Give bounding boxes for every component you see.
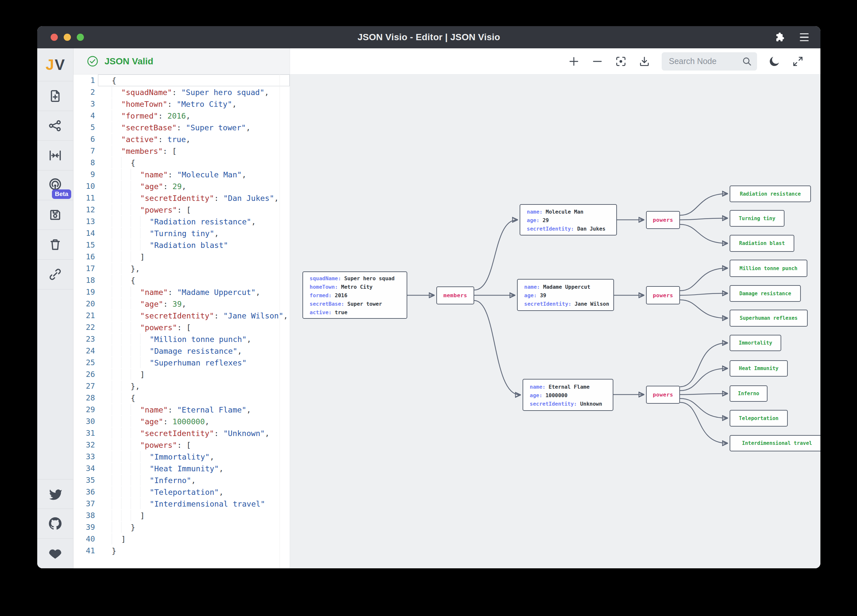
code-line[interactable]: 2 "squadName": "Super hero squad", [73,86,290,98]
app-window: JSON Visio - Editor | JSON Visio JV [37,26,820,568]
indent-guide [140,228,150,239]
indent-guide [121,157,131,168]
code-line[interactable]: 40 ] [73,533,290,545]
expand-icon [792,55,804,68]
code-line[interactable]: 9 "name": "Molecule Man", [73,169,290,180]
code-line[interactable]: 41 } [73,545,290,557]
code-line[interactable]: 18 { [73,274,290,286]
code-line[interactable]: 29 "name": "Eternal Flame", [73,404,290,415]
indent-guide [121,404,131,415]
code-line[interactable]: 5 "secretBase": "Super tower", [73,122,290,133]
code-line[interactable]: 35 "Inferno", [73,474,290,486]
code-line[interactable]: 15 "Radiation blast" [73,239,290,251]
code-line-row: "Inferno", [98,474,290,486]
indent-guide [140,240,150,251]
graph-leaf-node[interactable]: Interdimensional travel [730,435,820,451]
graph-powers-node[interactable]: powers [646,286,680,304]
graph-leaf-node[interactable]: Turning tiny [730,210,784,227]
code-line[interactable]: 26 ] [73,368,290,380]
code-line[interactable]: 34 "Heat Immunity", [73,463,290,474]
code-line[interactable]: 19 "name": "Madame Uppercut", [73,286,290,298]
code-line[interactable]: 36 "Teleportation", [73,486,290,498]
code-line[interactable]: 39 } [73,521,290,533]
graph-leaf-node[interactable]: Heat Immunity [730,360,788,376]
graph-leaf-node[interactable]: Inferno [730,385,767,402]
code-line[interactable]: 17 }, [73,263,290,274]
share-button[interactable] [37,111,73,141]
code-editor[interactable]: 1 { 2 "squadName": "Super hero squad", 3… [73,74,290,568]
save-button[interactable] [37,200,73,230]
line-content: }, [98,263,289,275]
indent-guide [121,463,131,474]
code-line[interactable]: 33 "Immortality", [73,451,290,463]
code-line[interactable]: 28 { [73,392,290,404]
code-line[interactable]: 25 "Superhuman reflexes" [73,357,290,368]
code-line[interactable]: 11 "secretIdentity": "Dan Jukes", [73,192,290,204]
menu-hamburger-icon[interactable] [800,33,809,42]
graph-leaf-node[interactable]: Teleportation [730,410,788,427]
graph-member-node[interactable]: nameMolecule Man age29 secretIdentityDan… [520,204,617,235]
graph-leaf-node[interactable]: Radiation blast [730,235,794,252]
github-button[interactable] [37,509,73,539]
share-link-button[interactable] [37,260,73,289]
search-icon[interactable] [741,56,752,67]
code-line[interactable]: 24 "Damage resistance", [73,345,290,357]
code-line[interactable]: 38 ] [73,509,290,521]
code-line[interactable]: 13 "Radiation resistance", [73,215,290,228]
center-view-button[interactable] [615,55,627,68]
code-line[interactable]: 37 "Interdimensional travel" [73,498,290,509]
new-document-button[interactable] [37,81,73,111]
code-line[interactable]: 6 "active": true, [73,133,290,145]
graph-leaf-node[interactable]: Million tonne punch [730,260,807,277]
code-line[interactable]: 22 "powers": [ [73,321,290,333]
code-line[interactable]: 8 { [73,157,290,169]
code-line[interactable]: 14 "Turning tiny", [73,228,290,239]
graph-member-node[interactable]: nameMadame Uppercut age39 secretIdentity… [517,279,614,311]
code-line[interactable]: 16 ] [73,251,290,263]
code-line[interactable]: 3 "homeTown": "Metro City", [73,98,290,110]
graph-canvas[interactable]: squadNameSuper hero squad homeTownMetro … [290,74,820,568]
graph-member-node[interactable]: nameEternal Flame age1000000 secretIdent… [523,379,613,411]
zoom-in-button[interactable] [568,55,580,68]
indent-guide [131,510,140,521]
search-node-input[interactable] [669,57,739,66]
graph-leaf-node[interactable]: Superhuman reflexes [730,310,807,327]
fit-width-button[interactable] [37,141,73,170]
graph-root-node[interactable]: squadNameSuper hero squad homeTownMetro … [302,271,407,319]
code-line[interactable]: 23 "Million tonne punch", [73,333,290,345]
delete-button[interactable] [37,230,73,260]
code-line[interactable]: 1 { [73,74,290,86]
code-line[interactable]: 20 "age": 39, [73,298,290,310]
zoom-out-button[interactable] [591,55,603,68]
fullscreen-button[interactable] [792,55,804,68]
graph-powers-node[interactable]: powers [646,211,680,229]
code-line[interactable]: 7 "members": [ [73,145,290,157]
graph-leaf-node[interactable]: Radiation resistance [730,186,811,202]
code-line[interactable]: 10 "age": 29, [73,180,290,192]
app-logo[interactable]: JV [37,48,73,81]
live-transform-button[interactable]: Beta [37,170,73,200]
code-line[interactable]: 21 "secretIdentity": "Jane Wilson", [73,310,290,321]
extensions-puzzle-icon[interactable] [774,32,786,43]
line-content: "secretIdentity": "Dan Jukes", [98,192,289,204]
code-line[interactable]: 32 "powers": [ [73,439,290,451]
code-line[interactable]: 30 "age": 1000000, [73,415,290,427]
code-line[interactable]: 4 "formed": 2016, [73,110,290,122]
graph-powers-node[interactable]: powers [646,386,680,404]
dark-mode-button[interactable] [768,55,781,68]
twitter-button[interactable] [37,479,73,509]
graph-members-node[interactable]: members [436,286,474,304]
sponsor-button[interactable] [37,539,73,568]
indent-guide [121,216,131,227]
code-token: , [232,100,237,109]
graph-leaf-node[interactable]: Damage resistance [730,285,801,302]
code-token: : [158,111,167,121]
code-line[interactable]: 31 "secretIdentity": "Unknown", [73,427,290,439]
download-image-button[interactable] [638,55,651,68]
code-line[interactable]: 12 "powers": [ [73,204,290,215]
code-token: "Eternal Flame" [177,406,246,415]
graph-leaf-node[interactable]: Immortality [730,335,781,351]
new-document-icon [48,88,63,104]
code-line[interactable]: 27 }, [73,380,290,392]
line-content: ] [98,533,289,545]
